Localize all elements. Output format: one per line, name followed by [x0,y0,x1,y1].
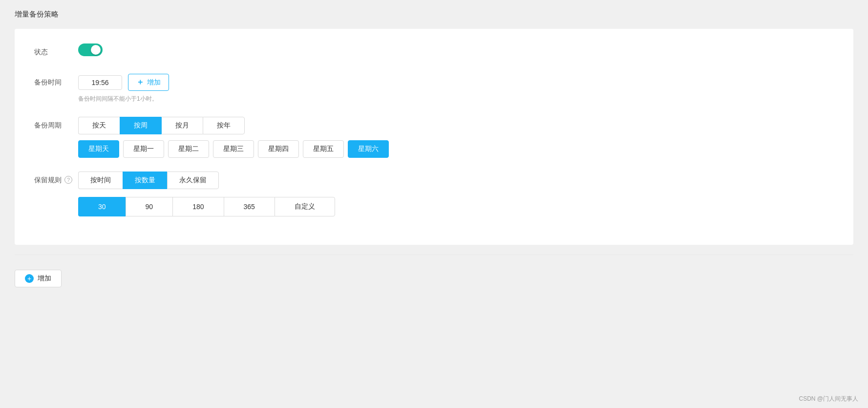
period-month-btn[interactable]: 按月 [161,117,203,134]
retention-val-90-btn[interactable]: 90 [126,197,173,216]
plus-icon: ＋ [136,77,144,87]
divider [15,255,853,255]
status-content [78,43,834,58]
weekday-group: 星期天 星期一 星期二 星期三 星期四 星期五 星期六 [78,140,834,158]
retention-val-180-btn[interactable]: 180 [172,197,223,216]
status-toggle[interactable] [78,43,103,56]
weekday-tue-btn[interactable]: 星期二 [168,140,209,158]
page-title: 增量备份策略 [15,10,853,19]
add-strategy-button[interactable]: + 增加 [15,270,62,287]
help-icon[interactable]: ? [64,176,72,184]
backup-period-label: 备份周期 [34,117,78,133]
toggle-slider[interactable] [78,43,103,56]
time-hint: 备份时间间隔不能小于1小时。 [78,95,834,103]
retention-val-365-btn[interactable]: 365 [224,197,275,216]
retention-by-time-btn[interactable]: 按时间 [78,172,123,189]
backup-period-row: 备份周期 按天 按周 按月 按年 星期天 星期一 星期二 星期三 星期四 星期五… [34,117,834,158]
weekday-sat-btn[interactable]: 星期六 [348,140,389,158]
period-week-btn[interactable]: 按周 [120,117,161,134]
strategy-card: 状态 备份时间 ＋ 增加 备份时间间隔不能小于1小时。 [15,29,853,245]
backup-period-content: 按天 按周 按月 按年 星期天 星期一 星期二 星期三 星期四 星期五 星期六 [78,117,834,158]
add-strategy-label: 增加 [38,274,51,283]
backup-time-label: 备份时间 [34,74,78,90]
footer: CSDN @门人间无事人 [0,390,868,408]
retention-rule-row: 保留规则 ? 按时间 按数量 永久保留 30 90 180 365 自定义 [34,172,834,216]
add-time-button[interactable]: ＋ 增加 [128,74,169,91]
retention-permanent-btn[interactable]: 永久保留 [167,172,219,189]
status-row: 状态 [34,43,834,60]
add-circle-icon: + [25,274,34,283]
retention-val-custom-btn[interactable]: 自定义 [275,197,335,216]
weekday-fri-btn[interactable]: 星期五 [303,140,344,158]
status-label: 状态 [34,43,78,60]
retention-val-30-btn[interactable]: 30 [78,197,126,216]
backup-time-content: ＋ 增加 备份时间间隔不能小于1小时。 [78,74,834,103]
period-year-btn[interactable]: 按年 [203,117,245,134]
footer-text: CSDN @门人间无事人 [799,395,858,402]
weekday-sun-btn[interactable]: 星期天 [78,140,119,158]
weekday-mon-btn[interactable]: 星期一 [123,140,164,158]
retention-rule-label: 保留规则 ? [34,172,78,188]
weekday-thu-btn[interactable]: 星期四 [258,140,299,158]
period-btn-group: 按天 按周 按月 按年 [78,117,834,134]
retention-rule-content: 按时间 按数量 永久保留 30 90 180 365 自定义 [78,172,834,216]
retention-type-group: 按时间 按数量 永久保留 [78,172,834,189]
weekday-wed-btn[interactable]: 星期三 [213,140,254,158]
retention-by-count-btn[interactable]: 按数量 [123,172,167,189]
period-day-btn[interactable]: 按天 [78,117,120,134]
time-input[interactable] [78,75,122,90]
backup-time-row: 备份时间 ＋ 增加 备份时间间隔不能小于1小时。 [34,74,834,103]
retention-values-group: 30 90 180 365 自定义 [78,197,834,216]
